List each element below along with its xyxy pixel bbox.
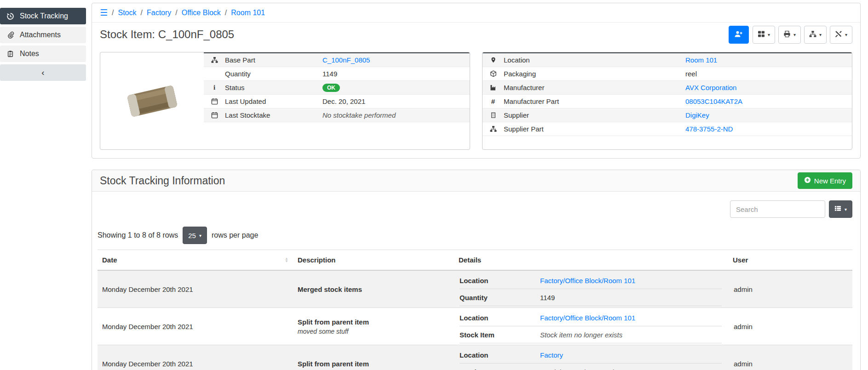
stock-item-panel: ☰ / Stock / Factory / Office Block / Roo… <box>92 3 861 159</box>
detail-label: Base Part <box>225 56 322 64</box>
breadcrumb-link-office-block[interactable]: Office Block <box>182 9 221 17</box>
cell-details: Location Factory/Office Block/Room 101 S… <box>454 308 728 345</box>
detail-label: Last Stocktake <box>225 111 322 119</box>
detail-sub-row: Quantity 1149 <box>460 289 722 306</box>
chevron-down-icon: ▾ <box>845 32 847 37</box>
page-title: Stock Item: C_100nF_0805 <box>100 28 234 41</box>
new-entry-button[interactable]: New Entry <box>798 172 852 189</box>
supplier-part-link[interactable]: 478-3755-2-ND <box>685 125 733 133</box>
clipboard-icon <box>6 50 15 57</box>
detail-row-status: i Status OK <box>204 81 470 95</box>
breadcrumb-separator: / <box>225 9 227 17</box>
cell-details: Location Factory/Office Block/Room 101 Q… <box>454 270 728 308</box>
plus-circle-icon <box>804 176 811 185</box>
edit-actions-button[interactable]: ▾ <box>830 26 852 44</box>
breadcrumb-link-room-101[interactable]: Room 101 <box>231 9 265 17</box>
sidebar: Stock Tracking Attachments Notes ‹ <box>0 0 86 370</box>
breadcrumb-link-factory[interactable]: Factory <box>147 9 171 17</box>
section-title: Stock Tracking Information <box>100 175 225 187</box>
sidebar-item-attachments[interactable]: Attachments <box>0 27 86 43</box>
paperclip-icon <box>6 31 15 39</box>
assign-customer-button[interactable] <box>729 26 749 44</box>
breadcrumb-separator: / <box>141 9 143 17</box>
column-header-description: Description <box>293 250 454 271</box>
stock-summary-card: Base Part C_100nF_0805 Quantity 1149 i S… <box>100 52 470 150</box>
table-row: Monday December 20th 2021 Split from par… <box>98 308 852 345</box>
location-link[interactable]: Room 101 <box>685 56 717 64</box>
capacitor-image <box>122 78 182 124</box>
sidebar-item-notes[interactable]: Notes <box>0 46 86 62</box>
new-entry-label: New Entry <box>814 177 846 185</box>
last-updated-value: Dec. 20, 2021 <box>322 97 470 105</box>
quantity-value: 1149 <box>322 70 470 78</box>
detail-row-manufacturer-part: # Manufacturer Part 08053C104KAT2A <box>483 95 852 108</box>
chevron-down-icon: ▾ <box>768 32 770 37</box>
detail-sub-row: Stock Item Stock item no longer exists <box>460 326 722 343</box>
sidebar-item-label: Notes <box>20 50 39 58</box>
detail-label: Quantity <box>225 70 322 78</box>
base-part-link[interactable]: C_100nF_0805 <box>322 56 370 64</box>
location-link[interactable]: Factory <box>540 351 563 359</box>
cell-details: Location Factory Stock Item Stock item n… <box>454 345 728 370</box>
sitemap-icon <box>204 57 225 63</box>
detail-row-supplier: Supplier DigiKey <box>483 108 852 122</box>
search-input[interactable] <box>730 200 825 218</box>
chevron-down-icon: ▾ <box>199 233 201 238</box>
chevron-down-icon: ▾ <box>845 207 847 212</box>
chevron-down-icon: ▾ <box>793 32 796 37</box>
detail-label: Location <box>504 56 685 64</box>
stock-source-table: Location Room 101 Packaging reel <box>483 52 852 136</box>
stock-actions-button[interactable]: ▾ <box>804 26 827 44</box>
breadcrumb: ☰ / Stock / Factory / Office Block / Roo… <box>92 3 860 23</box>
detail-sub-row: Location Factory/Office Block/Room 101 <box>460 272 722 289</box>
detail-key: Location <box>460 277 540 285</box>
description-text: Split from parent item <box>298 318 454 326</box>
sitemap-icon <box>809 30 816 39</box>
page-size-select[interactable]: 25 ▾ <box>183 227 207 244</box>
manufacturer-link[interactable]: AVX Corporation <box>685 84 736 91</box>
printer-icon <box>783 30 791 39</box>
detail-row-quantity: Quantity 1149 <box>204 67 470 81</box>
location-link[interactable]: Factory/Office Block/Room 101 <box>540 277 635 285</box>
columns-button[interactable]: ▾ <box>829 200 852 218</box>
supplier-link[interactable]: DigiKey <box>685 111 709 119</box>
column-header-date[interactable]: Date ▲▼ <box>98 250 293 271</box>
page-size-value: 25 <box>188 232 196 239</box>
description-note: moved some stuff <box>298 328 454 335</box>
cell-date: Monday December 20th 2021 <box>98 270 293 308</box>
location-link[interactable]: Factory/Office Block/Room 101 <box>540 314 635 322</box>
cell-date: Monday December 20th 2021 <box>98 345 293 370</box>
calendar-icon <box>204 98 225 105</box>
status-badge: OK <box>322 84 340 92</box>
detail-label: Supplier <box>504 111 685 119</box>
cell-user: admin <box>728 308 852 345</box>
sidebar-item-label: Attachments <box>20 31 61 39</box>
detail-label: Last Updated <box>225 97 322 105</box>
detail-row-last-stocktake: Last Stocktake No stocktake performed <box>204 108 470 122</box>
part-thumbnail[interactable] <box>100 52 204 149</box>
menu-icon[interactable]: ☰ <box>100 8 108 17</box>
stock-tracking-panel: Stock Tracking Information New Entry ▾ <box>92 170 861 370</box>
list-icon <box>834 205 841 213</box>
description-text: Split from parent item <box>298 360 454 368</box>
print-options-button[interactable]: ▾ <box>778 26 801 44</box>
tracking-body: ▾ Showing 1 to 8 of 8 rows 25 ▾ rows per… <box>92 200 860 370</box>
breadcrumb-separator: / <box>175 9 177 17</box>
tracking-header: Stock Tracking Information New Entry <box>92 170 860 192</box>
detail-row-base-part: Base Part C_100nF_0805 <box>204 53 470 67</box>
column-header-details: Details <box>454 250 728 271</box>
description-text: Merged stock items <box>298 285 454 293</box>
main-content: ☰ / Stock / Factory / Office Block / Roo… <box>92 3 861 370</box>
detail-row-supplier-part: Supplier Part 478-3755-2-ND <box>483 122 852 136</box>
collapse-sidebar-button[interactable]: ‹ <box>0 64 86 81</box>
manufacturer-part-link[interactable]: 08053C104KAT2A <box>685 97 742 105</box>
table-row: Monday December 20th 2021 Split from par… <box>98 345 852 370</box>
breadcrumb-link-stock[interactable]: Stock <box>118 9 137 17</box>
view-options-button[interactable]: ▾ <box>753 26 775 44</box>
stock-source-card: Location Room 101 Packaging reel <box>482 52 852 150</box>
detail-label: Status <box>225 84 322 91</box>
grid-icon <box>758 30 765 39</box>
detail-key: Stock Item <box>460 368 540 370</box>
sidebar-item-stock-tracking[interactable]: Stock Tracking <box>0 8 86 24</box>
detail-key: Location <box>460 314 540 322</box>
